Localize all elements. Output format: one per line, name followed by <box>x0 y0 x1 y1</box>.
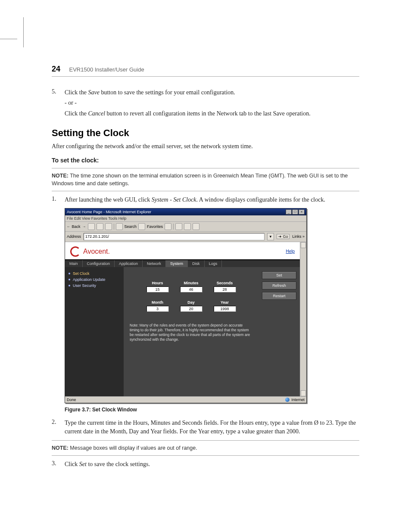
brand-text: Avocent. <box>83 248 110 255</box>
sidebar: Set Clock Application Update User Securi… <box>65 267 124 396</box>
scrollbar[interactable] <box>300 242 306 396</box>
sidebar-item-app-update[interactable]: Application Update <box>68 277 120 283</box>
globe-icon <box>285 398 290 402</box>
browser-toolbar: ← Back → Search Favorites <box>65 222 306 232</box>
minutes-input[interactable]: 46 <box>180 286 202 292</box>
mail-icon[interactable] <box>175 223 182 230</box>
help-link[interactable]: Help <box>286 249 295 254</box>
print-icon[interactable] <box>184 223 191 230</box>
list-number: 5. <box>52 88 65 118</box>
day-label: Day <box>180 300 202 305</box>
list-body: Type the current time in the Hours, Minu… <box>65 419 359 436</box>
list-body: Click Set to save the clock settings. <box>65 460 359 469</box>
set-button[interactable]: Set <box>262 271 296 279</box>
brand-row: Avocent. Help <box>65 242 300 260</box>
crop-mark-horizontal <box>0 39 17 39</box>
stop-icon[interactable] <box>88 223 95 230</box>
list-item: 2. Type the current time in the Hours, M… <box>52 419 359 436</box>
list-item: 5. Click the Save button to save the set… <box>52 88 359 118</box>
hours-input[interactable]: 15 <box>146 286 169 292</box>
back-button[interactable]: ← Back <box>67 224 81 229</box>
avocent-logo: Avocent. <box>70 246 110 257</box>
edit-icon[interactable] <box>193 223 199 230</box>
tab-logs[interactable]: Logs <box>205 260 222 267</box>
address-input[interactable]: 172.20.1.201/ <box>84 233 265 240</box>
clock-note: Note: Many of the rules and events of th… <box>130 323 252 342</box>
minutes-label: Minutes <box>180 281 202 285</box>
text: to save the clock settings. <box>87 461 150 467</box>
window-title: Avocent Home Page - Microsoft Internet E… <box>67 210 151 214</box>
window-buttons: _□× <box>285 209 305 215</box>
save-keyword: Save <box>88 89 99 96</box>
search-icon[interactable] <box>116 223 123 230</box>
note-block: NOTE: Message boxes will display if valu… <box>52 440 359 456</box>
text: Click <box>65 461 79 467</box>
note-label: NOTE: <box>52 445 68 451</box>
forward-button[interactable]: → <box>82 224 86 229</box>
favorites-label[interactable]: Favorites <box>147 224 163 229</box>
month-label: Month <box>146 300 169 305</box>
refresh-icon[interactable] <box>97 223 103 230</box>
note-label: NOTE: <box>52 173 68 179</box>
seconds-label: Seconds <box>214 281 236 285</box>
tab-network[interactable]: Network <box>143 260 166 267</box>
hours-label: Hours <box>146 281 169 285</box>
minimize-icon[interactable]: _ <box>286 209 292 215</box>
tab-disk[interactable]: Disk <box>188 260 205 267</box>
seconds-input[interactable]: 28 <box>214 286 236 292</box>
running-header: 24 EVR1500 Installer/User Guide <box>52 65 359 77</box>
favorites-icon[interactable] <box>138 223 145 230</box>
restart-button[interactable]: Restart <box>262 292 296 300</box>
text: button to revert all configuration items… <box>105 110 311 117</box>
go-button[interactable]: ➔ Go <box>277 234 290 239</box>
menu-path: System - Set Clock <box>152 196 196 203</box>
search-label[interactable]: Search <box>125 224 137 229</box>
main-pane: Hours 15 Minutes 46 Seconds 28 <box>124 267 258 396</box>
tab-system[interactable]: System <box>166 260 188 267</box>
status-zone: Internet <box>285 398 305 402</box>
status-bar: Done Internet <box>65 396 306 403</box>
set-keyword: Set <box>79 461 87 467</box>
list-number: 2. <box>52 419 65 436</box>
sidebar-item-user-security[interactable]: User Security <box>68 283 120 289</box>
time-fields-row: Hours 15 Minutes 46 Seconds 28 <box>130 281 252 292</box>
swirl-icon <box>70 246 81 257</box>
text: Click the <box>65 89 88 96</box>
maximize-icon[interactable]: □ <box>292 209 298 215</box>
year-input[interactable]: 1998 <box>214 306 236 312</box>
sidebar-item-set-clock[interactable]: Set Clock <box>68 271 120 277</box>
text: . A window displays configurable items f… <box>196 196 325 203</box>
guide-title: EVR1500 Installer/User Guide <box>69 66 144 73</box>
figure-caption: Figure 3.7: Set Clock Window <box>65 407 359 413</box>
tab-main[interactable]: Main <box>65 260 83 267</box>
text: After launching the web GUI, click <box>65 196 152 203</box>
tab-application[interactable]: Application <box>115 260 143 267</box>
section-intro: After configuring the network and/or the… <box>52 142 359 151</box>
year-label: Year <box>214 300 236 305</box>
date-fields-row: Month 3 Day 20 Year 1998 <box>130 300 252 312</box>
page-number: 24 <box>52 65 60 73</box>
zone-label: Internet <box>291 398 305 402</box>
note-text: Message boxes will display if values are… <box>68 445 197 451</box>
day-input[interactable]: 20 <box>180 306 202 312</box>
nav-tabs: Main Configuration Application Network S… <box>65 260 300 267</box>
list-item: 1. After launching the web GUI, click Sy… <box>52 196 359 204</box>
list-body: Click the Save button to save the settin… <box>65 88 359 118</box>
list-number: 1. <box>52 196 65 204</box>
month-input[interactable]: 3 <box>146 306 169 312</box>
text: Click the <box>65 110 88 117</box>
list-number: 3. <box>52 460 65 469</box>
links-label[interactable]: Links » <box>292 234 305 239</box>
chevron-down-icon[interactable]: ▼ <box>267 233 274 240</box>
home-icon[interactable] <box>105 223 112 230</box>
tab-configuration[interactable]: Configuration <box>83 260 115 267</box>
refresh-button[interactable]: Refresh <box>262 282 296 289</box>
browser-menubar[interactable]: File Edit View Favorites Tools Help <box>65 215 306 222</box>
crop-mark-vertical <box>23 17 24 47</box>
text: button to save the settings for your ema… <box>100 89 235 96</box>
note-block: NOTE: The time zone shown on the termina… <box>52 168 359 191</box>
history-icon[interactable] <box>165 223 171 230</box>
close-icon[interactable]: × <box>299 209 305 215</box>
list-body: After launching the web GUI, click Syste… <box>65 196 359 204</box>
work-area: Set Clock Application Update User Securi… <box>65 267 300 396</box>
